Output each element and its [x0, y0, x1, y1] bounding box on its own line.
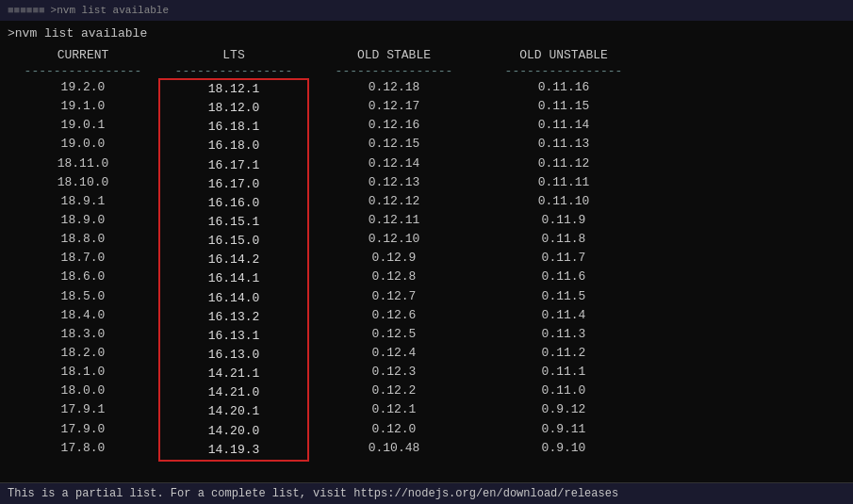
table-row: 0.11.0 [479, 382, 648, 400]
table-row: 18.0.0 [8, 382, 158, 400]
table-row: 0.12.0 [309, 420, 479, 439]
table-row: 16.18.0 [164, 137, 303, 155]
table-row: 0.12.13 [309, 173, 479, 192]
table-row: 0.12.5 [309, 325, 479, 344]
table-row: 16.16.0 [164, 194, 303, 213]
table-row: 17.9.0 [8, 420, 158, 439]
bottom-notice: This is a partial list. For a complete l… [0, 482, 853, 504]
table-row: 19.0.1 [8, 116, 158, 135]
divider-stable: ---------------- [309, 64, 479, 78]
table-row: 0.12.11 [309, 211, 479, 230]
table-row: 0.11.2 [479, 344, 648, 363]
table-row: 14.20.1 [164, 402, 303, 421]
title-text: ■■■■■■ [8, 5, 45, 16]
table-row: 18.10.0 [8, 173, 158, 192]
table-row: 0.12.14 [309, 154, 479, 173]
table-row: 0.9.10 [479, 439, 648, 458]
table-row: 16.14.0 [164, 289, 303, 308]
table-row: 0.11.3 [479, 325, 648, 344]
col-lts: 18.12.118.12.016.18.116.18.016.17.116.17… [158, 78, 309, 462]
table-row: 0.12.7 [309, 287, 479, 306]
divider-lts: ---------------- [158, 64, 309, 78]
col-current: 19.2.019.1.019.0.119.0.018.11.018.10.018… [8, 78, 158, 462]
table-row: 0.11.8 [479, 230, 648, 249]
table-row: 16.13.1 [164, 327, 303, 346]
command-line: >nvm list available [0, 21, 853, 44]
table-row: 16.13.2 [164, 308, 303, 327]
table-row: 14.20.0 [164, 422, 303, 441]
table-area: CURRENT LTS OLD STABLE OLD UNSTABLE ----… [0, 44, 853, 462]
table-row: 18.1.0 [8, 363, 158, 382]
col-old-unstable: 0.11.160.11.150.11.140.11.130.11.120.11.… [479, 78, 648, 462]
table-row: 0.11.16 [479, 78, 648, 97]
command-prompt: >nvm list available [8, 26, 147, 41]
table-row: 0.12.18 [309, 78, 479, 97]
table-row: 18.6.0 [8, 268, 158, 286]
table-row: 17.8.0 [8, 439, 158, 458]
table-row: 18.12.1 [164, 80, 303, 99]
table-row: 17.9.1 [8, 400, 158, 419]
table-row: 0.12.9 [309, 249, 479, 268]
bottom-notice-text: This is a partial list. For a complete l… [8, 487, 618, 500]
col-old-stable: 0.12.180.12.170.12.160.12.150.12.140.12.… [309, 78, 479, 462]
table-row: 0.11.14 [479, 116, 648, 135]
table-row: 0.12.3 [309, 363, 479, 382]
table-row: 14.21.0 [164, 383, 303, 402]
table-row: 0.12.15 [309, 135, 479, 154]
table-row: 16.18.1 [164, 118, 303, 137]
table-row: 16.17.1 [164, 156, 303, 175]
table-row: 0.12.1 [309, 400, 479, 419]
table-row: 18.11.0 [8, 154, 158, 173]
table-row: 18.8.0 [8, 230, 158, 249]
table-row: 14.19.3 [164, 441, 303, 460]
table-row: 18.12.0 [164, 99, 303, 118]
table-row: 0.11.15 [479, 97, 648, 116]
table-row: 0.11.1 [479, 363, 648, 382]
table-row: 16.15.0 [164, 232, 303, 251]
header-current: CURRENT [8, 48, 158, 62]
table-row: 0.10.48 [309, 439, 479, 458]
table-row: 19.1.0 [8, 97, 158, 116]
column-headers: CURRENT LTS OLD STABLE OLD UNSTABLE [8, 44, 845, 64]
table-row: 19.2.0 [8, 78, 158, 97]
table-row: 18.2.0 [8, 344, 158, 363]
table-row: 0.12.12 [309, 192, 479, 211]
terminal-window: ■■■■■■ >nvm list available >nvm list ava… [0, 0, 853, 504]
table-row: 18.9.1 [8, 192, 158, 211]
table-row: 0.12.16 [309, 116, 479, 135]
table-row: 0.12.6 [309, 306, 479, 325]
divider-current: ---------------- [8, 64, 158, 78]
table-row: 19.0.0 [8, 135, 158, 154]
divider-unstable: ---------------- [479, 64, 648, 78]
table-row: 18.9.0 [8, 211, 158, 230]
divider-row: ---------------- ---------------- ------… [8, 64, 845, 78]
table-row: 18.3.0 [8, 325, 158, 344]
header-old-unstable: OLD UNSTABLE [479, 48, 648, 62]
table-row: 0.11.12 [479, 154, 648, 173]
table-row: 14.21.1 [164, 365, 303, 383]
table-row: 0.12.17 [309, 97, 479, 116]
table-row: 16.14.2 [164, 251, 303, 269]
table-row: 0.11.9 [479, 211, 648, 230]
table-row: 0.11.6 [479, 268, 648, 286]
table-row: 18.7.0 [8, 249, 158, 268]
header-old-stable: OLD STABLE [309, 48, 479, 62]
table-row: 0.11.4 [479, 306, 648, 325]
command-title: >nvm list available [51, 5, 169, 16]
table-row: 0.11.10 [479, 192, 648, 211]
table-row: 0.11.13 [479, 135, 648, 154]
table-row: 0.9.11 [479, 420, 648, 439]
table-row: 0.12.8 [309, 268, 479, 286]
table-row: 16.17.0 [164, 175, 303, 194]
table-row: 16.13.0 [164, 346, 303, 365]
data-table: 19.2.019.1.019.0.119.0.018.11.018.10.018… [8, 78, 845, 462]
table-row: 0.11.11 [479, 173, 648, 192]
table-row: 16.14.1 [164, 269, 303, 288]
table-row: 0.9.12 [479, 400, 648, 419]
table-row: 0.12.2 [309, 382, 479, 400]
table-row: 0.11.5 [479, 287, 648, 306]
table-row: 18.4.0 [8, 306, 158, 325]
table-row: 16.15.1 [164, 213, 303, 232]
table-row: 0.12.10 [309, 230, 479, 249]
table-row: 0.12.4 [309, 344, 479, 363]
